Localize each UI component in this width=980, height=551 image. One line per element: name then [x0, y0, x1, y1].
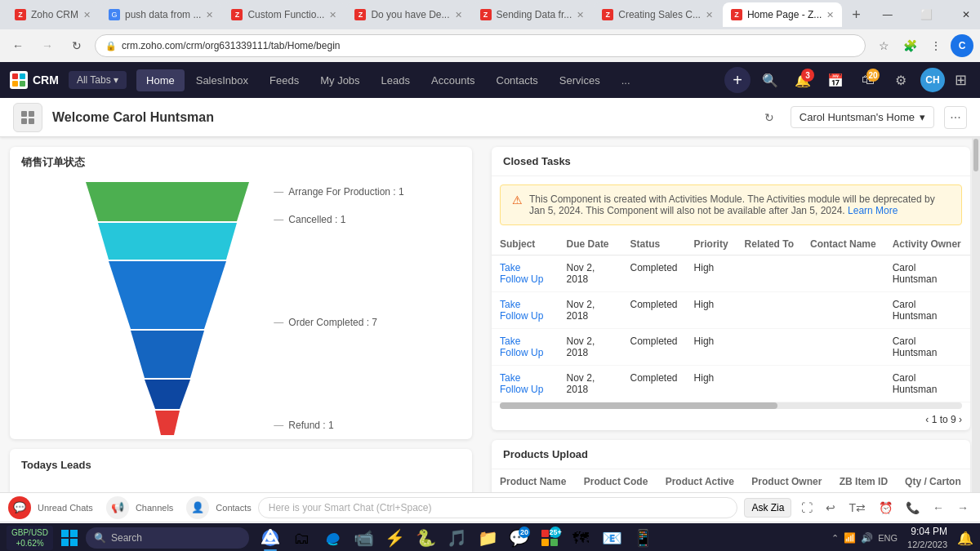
taskbar-clock[interactable]: 9:04 PM 12/2/2023 — [901, 525, 954, 551]
tab-close-6[interactable]: ✕ — [706, 10, 713, 20]
taskbar-app-chrome[interactable] — [256, 523, 285, 551]
next-page-button[interactable]: › — [959, 414, 962, 425]
current-time: 9:04 PM — [907, 525, 947, 539]
taskbar-app-video[interactable]: 📹 — [349, 523, 378, 551]
taskbar-app-files[interactable]: 📁 — [473, 523, 502, 551]
task-subject: Take Follow Up — [492, 366, 559, 402]
tab-close-7[interactable]: ✕ — [826, 10, 834, 20]
back-button[interactable]: ← — [7, 34, 29, 57]
browser-tab-6[interactable]: Z Creating Sales C... ✕ — [594, 2, 721, 27]
translate-icon[interactable]: T⇄ — [845, 498, 869, 518]
unread-chats-icon[interactable]: 💬 — [8, 496, 31, 519]
minimize-button[interactable]: — — [869, 0, 906, 29]
marketplace-button[interactable]: 🛍 20 — [855, 67, 881, 93]
taskbar-app-edge[interactable] — [318, 523, 347, 551]
taskbar-search-box[interactable]: 🔍 Search — [86, 527, 249, 549]
close-button[interactable]: ✕ — [947, 0, 980, 29]
taskbar-app-music[interactable]: 🎵 — [442, 523, 471, 551]
taskbar-app-zoho[interactable]: 25+ — [535, 523, 564, 551]
taskbar-app-python[interactable]: 🐍 — [411, 523, 440, 551]
tab-close-1[interactable]: ✕ — [83, 10, 91, 20]
taskbar-app-maps[interactable]: 🗺 — [566, 523, 595, 551]
taskbar-app-mail[interactable]: 📧 — [597, 523, 626, 551]
more-options-button[interactable]: ··· — [944, 106, 967, 129]
taskbar-app-explorer[interactable]: 🗂 — [287, 523, 316, 551]
extensions-button[interactable]: 🧩 — [898, 34, 921, 57]
task-related-to — [737, 292, 802, 329]
back-arrow-icon[interactable]: ← — [929, 498, 947, 518]
nav-link-contacts[interactable]: Contacts — [487, 69, 548, 91]
nav-link-more[interactable]: ... — [612, 69, 640, 91]
tab-close-2[interactable]: ✕ — [206, 10, 213, 20]
expand-icon[interactable]: ⛶ — [798, 498, 816, 518]
grid-icon[interactable]: ⊞ — [951, 68, 970, 92]
bookmark-button[interactable]: ☆ — [872, 34, 895, 57]
task-subject-link[interactable]: Take Follow Up — [500, 372, 543, 395]
start-button[interactable] — [56, 527, 82, 549]
nav-link-myjobs[interactable]: My Jobs — [310, 69, 369, 91]
all-tabs-button[interactable]: All Tabs ▾ — [69, 71, 127, 89]
reload-button[interactable]: ↻ — [65, 34, 88, 57]
page-header: Welcome Carol Huntsman ↻ Carol Huntsman'… — [0, 98, 980, 137]
tab-close-3[interactable]: ✕ — [329, 10, 336, 20]
task-priority: High — [686, 329, 737, 366]
nav-link-leads[interactable]: Leads — [372, 69, 420, 91]
reply-icon[interactable]: ↩ — [822, 498, 839, 518]
profile-button[interactable]: C — [951, 34, 973, 57]
tray-up-arrow[interactable]: ⌃ — [831, 533, 839, 544]
user-avatar[interactable]: CH — [920, 68, 945, 92]
search-button[interactable]: 🔍 — [757, 67, 783, 93]
forward-button[interactable]: → — [36, 34, 59, 57]
new-tab-button[interactable]: + — [847, 7, 866, 24]
task-subject-link[interactable]: Take Follow Up — [500, 335, 543, 358]
notifications-button[interactable]: 🔔 3 — [790, 67, 816, 93]
nav-link-services[interactable]: Services — [550, 69, 610, 91]
taskbar-app-chat[interactable]: 💬 20 — [504, 523, 533, 551]
notifications-tray-icon[interactable]: 🔔 — [957, 531, 973, 546]
taskbar-app-phone[interactable]: 📱 — [628, 523, 657, 551]
browser-tab-zoho-crm[interactable]: Z Zoho CRM ✕ — [7, 2, 99, 27]
smart-chat-input[interactable]: Here is your Smart Chat (Ctrl+Space) — [258, 497, 738, 518]
page-scrollbar[interactable] — [972, 137, 980, 492]
tray-lang[interactable]: ENG — [878, 533, 898, 543]
tray-network-icon[interactable]: 📶 — [844, 532, 856, 544]
calendar-button[interactable]: 📅 — [822, 67, 849, 93]
table-horizontal-scrollbar[interactable] — [500, 402, 962, 409]
taskbar-app-vscode[interactable]: ⚡ — [380, 523, 409, 551]
address-bar[interactable]: 🔒 crm.zoho.com/crm/org631339111/tab/Home… — [95, 34, 866, 57]
nav-link-accounts[interactable]: Accounts — [421, 69, 484, 91]
col-header-activity-owner: Activity Owner — [884, 233, 970, 256]
tab-close-4[interactable]: ✕ — [455, 10, 462, 20]
browser-tab-4[interactable]: Z Do you have De... ✕ — [346, 2, 470, 27]
nav-link-feeds[interactable]: Feeds — [260, 69, 309, 91]
browser-tab-7-active[interactable]: Z Home Page - Z... ✕ — [723, 2, 842, 27]
tray-volume-icon[interactable]: 🔊 — [861, 532, 873, 544]
currency-widget[interactable]: GBP/USD +0.62% — [7, 526, 53, 550]
alarm-icon[interactable]: ⏰ — [875, 498, 896, 518]
maximize-button[interactable]: ⬜ — [908, 0, 946, 29]
search-icon-taskbar: 🔍 — [94, 532, 106, 544]
nav-link-salesinbox[interactable]: SalesInbox — [186, 69, 258, 91]
crm-logo: CRM — [10, 71, 59, 89]
forward-action-icon[interactable]: → — [954, 498, 972, 518]
add-button[interactable]: + — [724, 67, 751, 93]
page-refresh-button[interactable]: ↻ — [758, 106, 781, 129]
contacts-icon[interactable]: 👤 — [186, 496, 209, 519]
browser-tab-3[interactable]: Z Custom Functio... ✕ — [223, 2, 345, 27]
home-selector-dropdown[interactable]: Carol Huntsman's Home ▾ — [791, 106, 934, 128]
task-subject-link[interactable]: Take Follow Up — [500, 262, 543, 285]
settings-crm-button[interactable]: ⚙ — [888, 67, 914, 93]
crm-nav-actions: + 🔍 🔔 3 📅 🛍 20 ⚙ CH ⊞ — [724, 67, 970, 93]
prev-page-button[interactable]: ‹ — [925, 414, 929, 425]
tab-close-5[interactable]: ✕ — [577, 10, 584, 20]
settings-button[interactable]: ⋮ — [924, 34, 947, 57]
phone-icon[interactable]: 📞 — [902, 498, 923, 518]
task-subject-link[interactable]: Take Follow Up — [500, 299, 543, 322]
svg-rect-17 — [70, 539, 78, 546]
nav-link-home[interactable]: Home — [136, 69, 185, 91]
browser-tab-2[interactable]: G push data from ... ✕ — [100, 2, 221, 27]
learn-more-link[interactable]: Learn More — [848, 205, 898, 216]
ask-zia-button[interactable]: Ask Zia — [744, 498, 791, 518]
channels-icon[interactable]: 📢 — [106, 496, 129, 519]
browser-tab-5[interactable]: Z Sending Data fr... ✕ — [472, 2, 593, 27]
